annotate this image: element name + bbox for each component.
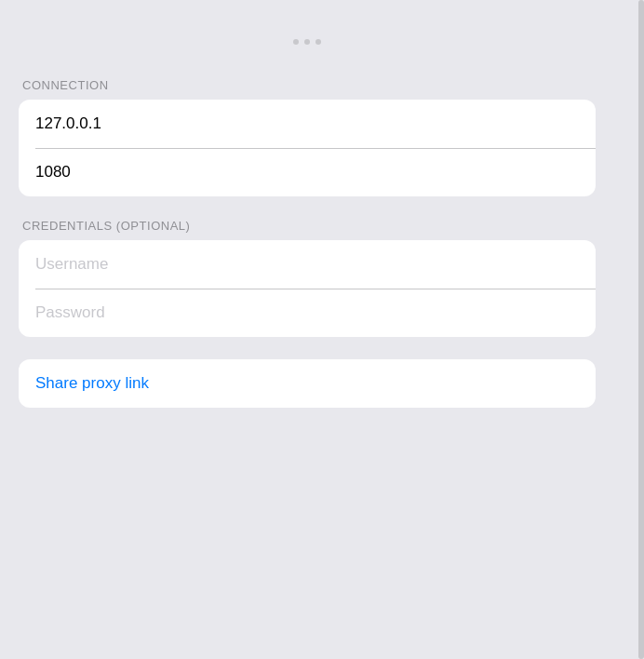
credentials-section: CREDENTIALS (OPTIONAL) Username Password bbox=[19, 219, 596, 337]
host-row[interactable]: 127.0.0.1 bbox=[19, 100, 596, 148]
credentials-card: Username Password bbox=[19, 240, 596, 337]
username-placeholder: Username bbox=[35, 255, 108, 273]
credentials-label: CREDENTIALS (OPTIONAL) bbox=[19, 219, 596, 233]
dot-1 bbox=[293, 39, 299, 45]
connection-card: 127.0.0.1 1080 bbox=[19, 100, 596, 196]
username-row[interactable]: Username bbox=[19, 240, 596, 289]
dot-2 bbox=[304, 39, 310, 45]
dot-3 bbox=[315, 39, 321, 45]
connection-section: CONNECTION 127.0.0.1 1080 bbox=[19, 78, 596, 196]
host-value: 127.0.0.1 bbox=[35, 114, 101, 132]
top-bar bbox=[19, 28, 596, 56]
connection-label: CONNECTION bbox=[19, 78, 596, 92]
scrollbar[interactable] bbox=[638, 0, 644, 659]
password-placeholder: Password bbox=[35, 303, 105, 321]
port-value: 1080 bbox=[35, 163, 71, 181]
port-row[interactable]: 1080 bbox=[19, 148, 596, 196]
share-card: Share proxy link bbox=[19, 359, 596, 408]
password-row[interactable]: Password bbox=[19, 289, 596, 337]
share-proxy-link-button[interactable]: Share proxy link bbox=[19, 359, 596, 408]
top-dots bbox=[293, 39, 321, 45]
